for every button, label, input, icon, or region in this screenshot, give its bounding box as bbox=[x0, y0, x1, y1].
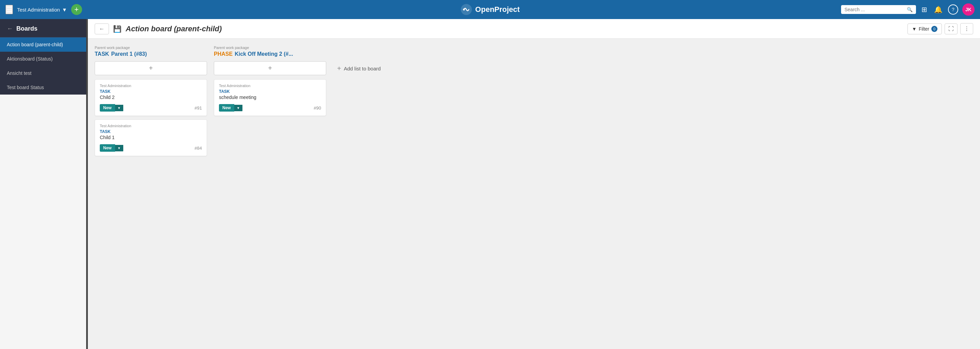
logo-icon bbox=[460, 3, 473, 16]
card-84-status-label[interactable]: New bbox=[100, 144, 115, 152]
card-90-status-badge: New ▼ bbox=[219, 104, 242, 111]
filter-label: Filter bbox=[919, 26, 929, 32]
board-content: Parent work package TASK Parent 1 (#83) … bbox=[88, 39, 980, 349]
card-84-title: Child 1 bbox=[100, 135, 202, 140]
card-90-project: Test Administration bbox=[219, 84, 321, 88]
filter-funnel-icon: ▼ bbox=[912, 26, 917, 32]
navbar: ☰ Test Administration ▼ + OpenProject 🔍 … bbox=[0, 0, 980, 19]
card-90-status-arrow[interactable]: ▼ bbox=[234, 105, 242, 111]
add-list-button[interactable]: + Add list to board bbox=[333, 62, 385, 75]
search-input[interactable] bbox=[845, 7, 905, 12]
card-91-project: Test Administration bbox=[100, 84, 202, 88]
sidebar-drag-handle[interactable]: ⋮ bbox=[86, 19, 88, 349]
column-2-header: Parent work package PHASE Kick Off Meeti… bbox=[214, 46, 326, 57]
card-90-status-label[interactable]: New bbox=[219, 104, 234, 111]
column-1-header: Parent work package TASK Parent 1 (#83) bbox=[95, 46, 207, 57]
sidebar: ← Boards Action board (parent-child) Akt… bbox=[0, 19, 88, 95]
project-selector[interactable]: Test Administration ▼ bbox=[17, 7, 67, 13]
card-90: Test Administration TASK schedule meetin… bbox=[214, 79, 326, 116]
card-91-title: Child 2 bbox=[100, 95, 202, 100]
main-layout: ← Boards Action board (parent-child) Akt… bbox=[0, 19, 980, 349]
add-card-button-col2[interactable]: + bbox=[214, 61, 326, 75]
card-90-type: TASK bbox=[219, 89, 321, 94]
card-84-status-badge: New ▼ bbox=[100, 144, 123, 152]
card-91-id: #91 bbox=[194, 105, 202, 111]
avatar[interactable]: JK bbox=[962, 3, 975, 16]
add-list-label: Add list to board bbox=[344, 66, 381, 71]
card-91-status-arrow[interactable]: ▼ bbox=[115, 105, 123, 111]
card-90-title: schedule meeting bbox=[219, 95, 321, 100]
card-84-footer: New ▼ #84 bbox=[100, 144, 202, 152]
filter-count-badge: 0 bbox=[931, 26, 937, 32]
search-icon: 🔍 bbox=[907, 7, 913, 12]
sidebar-header: ← Boards bbox=[0, 19, 88, 37]
board-save-icon: 💾 bbox=[113, 25, 122, 33]
add-card-button-col1[interactable]: + bbox=[95, 61, 207, 75]
card-90-footer: New ▼ #90 bbox=[219, 104, 321, 111]
card-84-type: TASK bbox=[100, 129, 202, 134]
sidebar-item-action-board[interactable]: Action board (parent-child) bbox=[0, 37, 88, 52]
notifications-button[interactable]: 🔔 bbox=[933, 4, 944, 15]
board-header-right: ▼ Filter 0 ⛶ ⋮ bbox=[907, 23, 973, 34]
sidebar-item-ansicht-test[interactable]: Ansicht test bbox=[0, 66, 88, 80]
board-header: ← 💾 Action board (parent-child) ▼ Filter… bbox=[88, 19, 980, 39]
card-91-footer: New ▼ #91 bbox=[100, 104, 202, 111]
column-2-parent-label: Parent work package bbox=[214, 46, 326, 50]
column-1-parent-label: Parent work package bbox=[95, 46, 207, 50]
card-91-status-badge: New ▼ bbox=[100, 104, 123, 111]
card-91-status-label[interactable]: New bbox=[100, 104, 115, 111]
board-column-2: Parent work package PHASE Kick Off Meeti… bbox=[214, 46, 326, 119]
sidebar-wrapper: ← Boards Action board (parent-child) Akt… bbox=[0, 19, 88, 349]
card-90-id: #90 bbox=[313, 105, 321, 111]
logo-text: OpenProject bbox=[476, 5, 520, 14]
column-2-title-text: Kick Off Meeting 2 (#... bbox=[235, 51, 293, 57]
hamburger-button[interactable]: ☰ bbox=[5, 5, 13, 14]
card-91-type: TASK bbox=[100, 89, 202, 94]
sidebar-item-test-board-status[interactable]: Test board Status bbox=[0, 80, 88, 95]
column-2-type: PHASE bbox=[214, 51, 232, 57]
filter-button[interactable]: ▼ Filter 0 bbox=[907, 24, 942, 34]
column-1-title: TASK Parent 1 (#83) bbox=[95, 51, 207, 57]
card-84-project: Test Administration bbox=[100, 124, 202, 128]
navbar-right: 🔍 ⊞ 🔔 ? JK bbox=[841, 3, 975, 16]
search-box: 🔍 bbox=[841, 5, 916, 14]
card-91: Test Administration TASK Child 2 New ▼ #… bbox=[95, 79, 207, 116]
board-back-button[interactable]: ← bbox=[95, 24, 109, 34]
grid-menu-button[interactable]: ⊞ bbox=[920, 4, 929, 15]
card-84-id: #84 bbox=[194, 146, 202, 151]
fullscreen-button[interactable]: ⛶ bbox=[945, 24, 958, 34]
add-list-plus-icon: + bbox=[337, 65, 341, 73]
card-84-status-arrow[interactable]: ▼ bbox=[115, 145, 123, 151]
sidebar-item-aktionsboard[interactable]: Aktionsboard (Status) bbox=[0, 52, 88, 66]
card-84: Test Administration TASK Child 1 New ▼ #… bbox=[95, 119, 207, 156]
board-title: Action board (parent-child) bbox=[126, 24, 222, 33]
more-options-button[interactable]: ⋮ bbox=[960, 23, 973, 34]
column-2-title: PHASE Kick Off Meeting 2 (#... bbox=[214, 51, 326, 57]
column-1-type: TASK bbox=[95, 51, 109, 57]
svg-point-1 bbox=[463, 8, 465, 10]
add-project-button[interactable]: + bbox=[71, 4, 82, 15]
project-arrow-icon: ▼ bbox=[62, 7, 67, 13]
help-button[interactable]: ? bbox=[948, 5, 958, 14]
column-1-title-text: Parent 1 (#83) bbox=[111, 51, 147, 57]
sidebar-back-button[interactable]: ← bbox=[7, 25, 13, 32]
project-name: Test Administration bbox=[17, 7, 60, 13]
sidebar-title: Boards bbox=[16, 25, 37, 32]
board-column-1: Parent work package TASK Parent 1 (#83) … bbox=[95, 46, 207, 160]
logo[interactable]: OpenProject bbox=[460, 3, 520, 16]
drag-dots-icon: ⋮ bbox=[86, 182, 89, 186]
content-area: ← 💾 Action board (parent-child) ▼ Filter… bbox=[88, 19, 980, 349]
